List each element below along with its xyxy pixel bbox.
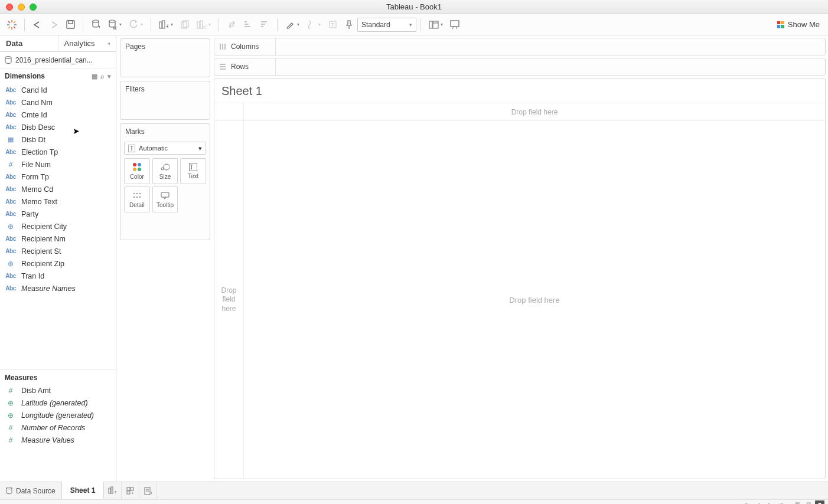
marks-color-button[interactable]: Color [124, 158, 150, 184]
measure-field[interactable]: ⊕Latitude (generated) [0, 397, 116, 409]
dimension-field[interactable]: AbcCand Id [0, 84, 116, 96]
pages-shelf[interactable]: Pages [120, 38, 210, 77]
highlight-button[interactable] [282, 17, 298, 33]
dimension-field[interactable]: AbcMemo Text [0, 195, 116, 208]
marks-text-button[interactable]: TText [180, 158, 206, 184]
dimensions-header: Dimensions ▦ ⌕ ▾ [0, 68, 116, 84]
redo-button[interactable] [45, 17, 62, 33]
dimension-field[interactable]: AbcMeasure Names [0, 282, 116, 294]
field-label: Measure Names [21, 284, 76, 293]
show-me-label: Show Me [788, 20, 820, 29]
labels-button[interactable]: T [324, 17, 341, 33]
database-icon [5, 56, 12, 64]
rows-drop-zone[interactable]: Drop field here [214, 121, 244, 479]
new-story-tab-button[interactable]: + [139, 482, 157, 499]
duplicate-sheet-button[interactable] [177, 17, 193, 33]
analytics-tab[interactable]: Analytics◂ [58, 35, 116, 51]
new-datasource-button[interactable]: + [87, 17, 104, 33]
datasource-item[interactable]: 2016_presidential_can... [0, 52, 116, 68]
refresh-button[interactable] [125, 17, 142, 33]
new-worksheet-button[interactable]: + [155, 17, 172, 33]
svg-text:+: + [114, 489, 117, 495]
marks-type-selector[interactable]: TAutomatic ▾ [124, 142, 206, 155]
dimension-field[interactable]: AbcCand Nm [0, 96, 116, 109]
data-tab[interactable]: Data [0, 35, 58, 51]
marks-tooltip-button[interactable]: Tooltip [152, 186, 178, 212]
clear-sheet-button[interactable] [193, 17, 210, 33]
view-sheet-icon[interactable]: ■ [815, 500, 824, 505]
dimension-field[interactable]: ⊕Recipient Zip [0, 257, 116, 270]
svg-rect-27 [261, 21, 267, 22]
svg-point-45 [136, 197, 138, 198]
view-filmstrip-icon[interactable]: ▤ [804, 500, 813, 505]
pause-updates-button[interactable] [104, 17, 120, 33]
tableau-logo-icon[interactable] [4, 17, 20, 33]
fit-selector[interactable]: Standard ▾ [357, 18, 416, 32]
fit-label: Standard [361, 21, 390, 29]
marks-detail-button[interactable]: Detail [124, 186, 150, 212]
sort-desc-button[interactable] [256, 17, 273, 33]
dimension-field[interactable]: AbcRecipient St [0, 245, 116, 257]
swap-button[interactable] [223, 17, 240, 33]
svg-rect-55 [109, 488, 110, 493]
field-label: Party [21, 210, 38, 218]
save-button[interactable] [62, 17, 79, 33]
show-cards-button[interactable] [425, 17, 442, 33]
field-label: Recipient St [21, 247, 61, 256]
field-label: Election Tp [21, 148, 58, 156]
dimension-field[interactable]: ▦Disb Dt [0, 133, 116, 146]
filters-shelf[interactable]: Filters [120, 81, 210, 120]
measure-field[interactable]: ⊕Longitude (generated) [0, 409, 116, 421]
dimension-field[interactable]: #File Num [0, 158, 116, 171]
dimension-field[interactable]: AbcCmte Id [0, 109, 116, 121]
chevron-down-icon: ▾ [198, 145, 202, 152]
undo-button[interactable] [29, 17, 45, 33]
field-label: Disb Dt [21, 136, 45, 144]
new-worksheet-tab-button[interactable]: + [104, 482, 122, 499]
group-button[interactable] [303, 17, 320, 33]
nav-prev-icon[interactable]: ◂ [754, 500, 763, 505]
menu-icon[interactable]: ▾ [107, 73, 111, 80]
sort-asc-button[interactable] [240, 17, 256, 33]
measure-field[interactable]: #Number of Records [0, 421, 116, 434]
pin-button[interactable] [341, 17, 357, 33]
svg-point-42 [136, 193, 138, 194]
data-pane: Data Analytics◂ 2016_presidential_can...… [0, 35, 116, 482]
dimension-field[interactable]: AbcTran Id [0, 270, 116, 282]
datasource-tab[interactable]: Data Source [0, 482, 62, 499]
dimension-field[interactable]: AbcParty [0, 208, 116, 220]
dimension-field[interactable]: AbcForm Tp [0, 171, 116, 183]
main-drop-zone[interactable]: Drop field here [244, 121, 825, 479]
nav-next-icon[interactable]: ▸ [765, 500, 774, 505]
new-dashboard-tab-button[interactable]: + [122, 482, 139, 499]
sheet1-tab[interactable]: Sheet 1 [62, 482, 105, 499]
measure-field[interactable]: #Disb Amt [0, 384, 116, 397]
show-me-button[interactable]: Show Me [772, 18, 824, 31]
dimension-field[interactable]: AbcMemo Cd [0, 183, 116, 195]
columns-shelf[interactable]: Columns [214, 38, 826, 55]
field-label: Recipient Zip [21, 260, 64, 268]
svg-rect-28 [261, 24, 265, 25]
field-label: Memo Cd [21, 185, 53, 194]
rows-shelf[interactable]: Rows [214, 58, 826, 76]
svg-point-39 [161, 168, 164, 170]
dimension-field[interactable]: AbcRecipient Nm [0, 233, 116, 245]
search-icon[interactable]: ⌕ [100, 73, 105, 80]
view-table-icon[interactable]: ▦ [92, 73, 97, 80]
sheet-title[interactable]: Sheet 1 [214, 78, 825, 103]
dimension-field[interactable]: AbcElection Tp [0, 146, 116, 158]
shelf-column: Pages Filters Marks TAutomatic ▾ Color S… [116, 35, 214, 482]
dimension-field[interactable]: ⊕Recipient City [0, 220, 116, 233]
field-label: Disb Desc [21, 123, 55, 132]
field-label: Longitude (generated) [21, 411, 94, 420]
view-grid-icon[interactable]: ▦ [793, 500, 802, 505]
svg-rect-25 [245, 24, 249, 25]
presentation-button[interactable] [446, 17, 463, 33]
columns-drop-zone[interactable]: Drop field here [244, 103, 825, 121]
measure-field[interactable]: #Measure Values [0, 434, 116, 446]
window-titlebar: Tableau - Book1 [0, 0, 828, 14]
marks-size-button[interactable]: Size [152, 158, 178, 184]
dimension-field[interactable]: AbcDisb Desc [0, 121, 116, 133]
nav-first-icon[interactable]: ⇤ [742, 500, 752, 505]
nav-last-icon[interactable]: ⇥ [776, 500, 785, 505]
